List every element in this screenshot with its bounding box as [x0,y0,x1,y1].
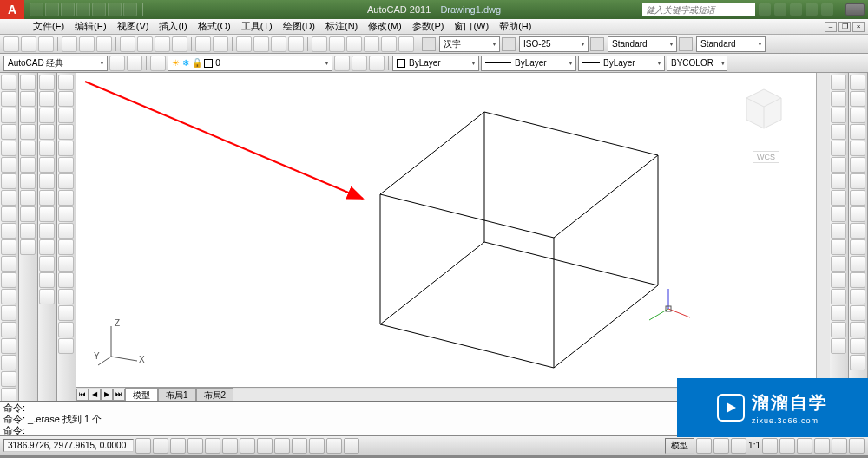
do8-icon[interactable] [20,190,36,206]
fillet-icon[interactable] [831,322,846,337]
app-logo[interactable]: A [0,0,24,19]
se8-icon[interactable] [850,190,865,206]
hatch-icon[interactable] [1,305,16,321]
redo-icon[interactable] [213,36,228,52]
dim-style-dropdown[interactable]: ISO-25 [519,36,589,52]
layer-states-icon[interactable] [352,56,367,71]
match-icon[interactable] [172,36,187,52]
linetype-dropdown[interactable]: ByLayer [481,56,576,71]
se10-icon[interactable] [850,223,865,239]
qat-new-icon[interactable] [30,3,43,16]
erase-icon[interactable] [831,75,846,90]
wedge-icon[interactable] [58,91,74,107]
polyline-icon[interactable] [1,108,16,123]
se16-icon[interactable] [850,322,865,337]
c12-icon[interactable] [39,256,55,272]
tab-next-icon[interactable]: ▶ [101,389,113,401]
layer-previous-icon[interactable] [334,56,350,71]
revcloud-icon[interactable] [1,190,16,206]
menu-file[interactable]: 文件(F) [28,20,69,33]
lwt-toggle[interactable] [292,438,307,454]
spline-icon[interactable] [1,206,16,222]
menu-parametric[interactable]: 参数(P) [407,20,450,33]
textstyle-icon[interactable] [422,37,436,51]
ortho-toggle[interactable] [170,438,186,454]
zoom-window-icon[interactable] [271,36,286,52]
pyramid-icon[interactable] [58,173,74,189]
search-icon[interactable] [759,3,771,16]
mdi-close-button[interactable]: × [852,22,865,32]
copy-icon[interactable] [137,36,153,52]
quickview-layouts-icon[interactable] [696,438,712,454]
se17-icon[interactable] [850,338,865,354]
subtract-icon[interactable] [58,322,74,337]
c13-icon[interactable] [39,272,55,288]
do7-icon[interactable] [20,173,36,189]
viewcube[interactable] [738,85,790,137]
array-icon[interactable] [831,141,846,156]
do9-icon[interactable] [20,206,36,222]
c5-icon[interactable] [39,141,55,156]
explode-icon[interactable] [831,338,846,354]
help-icon[interactable] [821,3,833,16]
3dosnap-toggle[interactable] [222,438,238,454]
hardware-accel-icon[interactable] [814,438,830,454]
chamfer-icon[interactable] [831,305,846,321]
se13-icon[interactable] [850,272,865,288]
tool-palettes-icon[interactable] [346,36,362,52]
copy2-icon[interactable] [831,91,846,107]
se15-icon[interactable] [850,305,865,321]
qat-open-icon[interactable] [45,3,59,16]
color-dropdown[interactable]: ByLayer [392,56,479,71]
xline-icon[interactable] [1,91,16,107]
c1-icon[interactable] [39,75,55,90]
se4-icon[interactable] [850,124,865,140]
do6-icon[interactable] [20,157,36,173]
grid-toggle[interactable] [153,438,168,454]
table-icon[interactable] [1,355,16,370]
menu-help[interactable]: 帮助(H) [494,20,536,33]
planar-icon[interactable] [58,206,74,222]
tab-first-icon[interactable]: ⏮ [76,389,89,401]
union-icon[interactable] [58,305,74,321]
c11-icon[interactable] [39,239,55,255]
se12-icon[interactable] [850,256,865,272]
model-space-label[interactable]: 模型 [665,438,694,454]
mirror-icon[interactable] [831,108,846,123]
ducs-toggle[interactable] [257,438,273,454]
se1-icon[interactable] [850,75,865,90]
save-icon[interactable] [38,36,54,52]
c14-icon[interactable] [39,289,55,304]
zoom-icon[interactable] [253,36,269,52]
intersect-icon[interactable] [58,338,74,354]
stretch-icon[interactable] [831,206,846,222]
revolve-icon[interactable] [58,272,74,288]
qat-save-icon[interactable] [61,3,75,16]
move-icon[interactable] [831,157,846,173]
mdi-restore-button[interactable]: ❐ [838,22,851,32]
otrack-toggle[interactable] [240,438,255,454]
plot-icon[interactable] [62,36,77,52]
qat-redo-icon[interactable] [123,3,137,16]
menu-draw[interactable]: 绘图(D) [278,20,320,33]
menu-view[interactable]: 视图(V) [112,20,155,33]
table-style-dropdown[interactable]: Standard [608,36,677,52]
presspull-icon[interactable] [58,239,74,255]
annovis-icon[interactable] [762,438,778,454]
tab-layout2[interactable]: 布局2 [196,388,234,401]
c9-icon[interactable] [39,206,55,222]
tab-last-icon[interactable]: ⏭ [113,389,125,401]
menu-dimension[interactable]: 标注(N) [320,20,363,33]
line-icon[interactable] [1,75,16,90]
tpy-toggle[interactable] [309,438,325,454]
scale-icon[interactable] [831,190,846,206]
se6-icon[interactable] [850,157,865,173]
mleaderstyle-icon[interactable] [679,37,693,51]
box-icon[interactable] [58,75,74,90]
plotstyle-dropdown[interactable]: BYCOLOR [667,56,727,71]
se14-icon[interactable] [850,289,865,304]
quickview-drawings-icon[interactable] [713,438,729,454]
qp-toggle[interactable] [326,438,342,454]
dimstyle-icon[interactable] [502,37,516,51]
menu-edit[interactable]: 编辑(E) [69,20,112,33]
